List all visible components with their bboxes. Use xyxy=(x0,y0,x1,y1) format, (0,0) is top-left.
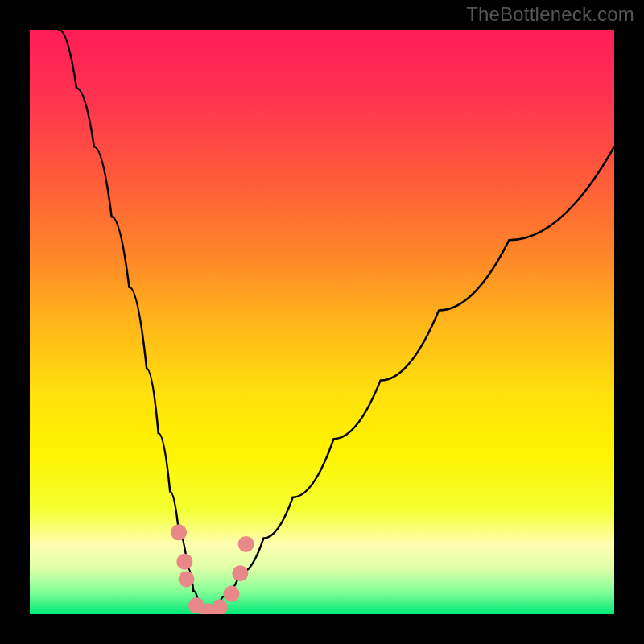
data-marker xyxy=(232,565,248,581)
plot-svg xyxy=(30,30,614,614)
data-marker xyxy=(171,524,187,540)
plot-background xyxy=(30,30,614,614)
attribution-text: TheBottleneck.com xyxy=(466,3,634,26)
chart-frame xyxy=(0,0,644,644)
data-marker xyxy=(179,571,195,587)
plot-area xyxy=(30,30,614,614)
data-marker xyxy=(223,586,239,602)
data-marker xyxy=(176,554,192,570)
data-marker xyxy=(238,536,254,552)
